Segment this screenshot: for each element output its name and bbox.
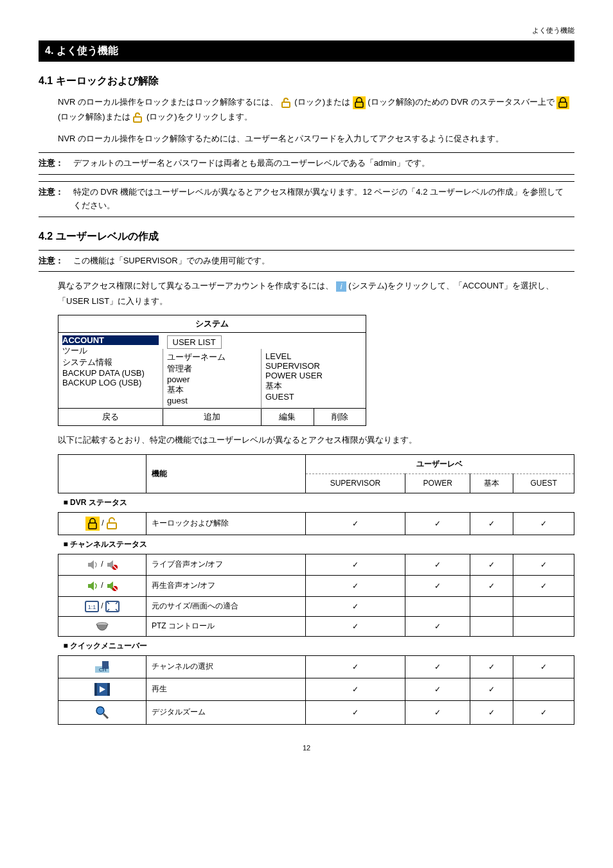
check: ✓: [470, 554, 513, 575]
check: ✓: [305, 700, 405, 724]
original-size-icon: 1:1: [85, 601, 99, 612]
col-header: LEVEL: [265, 351, 362, 361]
th-func: 機能: [147, 454, 306, 493]
feature-name: PTZ コントロール: [147, 616, 306, 636]
feature-name: キーロックおよび解除: [147, 512, 306, 535]
th-guest: GUEST: [513, 474, 574, 493]
note-block-2: 注意： 特定の DVR 機能ではユーザーレベルが異なるとアクセス権限が異なります…: [39, 181, 574, 217]
icon-cell: /: [58, 554, 147, 575]
lock-yellow-box-icon: [85, 517, 100, 531]
check: ✓: [470, 678, 513, 700]
note-label: 注意：: [39, 186, 71, 199]
menu-item: システム情報: [62, 357, 159, 368]
playback-icon: [94, 682, 111, 696]
cell: 基本: [265, 380, 362, 392]
check: ✓: [305, 596, 405, 616]
section-channel-status: ■ チャンネルステータス: [58, 535, 574, 554]
speaker-mute-green-icon: [105, 580, 118, 592]
s42-paragraph-2: 以下に記載するとおり、特定の機能ではユーザーレベルが異なるとアクセス権限が異なり…: [58, 432, 574, 447]
system-dialog-table: システム ACCOUNT ツール システム情報 BACKUP DATA (USB…: [58, 315, 366, 426]
col-header: ユーザーネーム: [167, 351, 257, 363]
zoom-icon: [94, 705, 110, 720]
th-blank: [58, 454, 147, 493]
lock-open-yellow-icon: [132, 112, 144, 123]
icon-cell: /: [58, 512, 147, 535]
check: ✓: [305, 655, 405, 678]
check: ✓: [405, 575, 470, 596]
text-fragment: NVR のローカル操作をロックまたはロック解除するには、: [58, 97, 278, 107]
lock-open-yellow-icon: [281, 97, 292, 109]
blank: [470, 596, 513, 616]
check: ✓: [513, 512, 574, 535]
check: ✓: [513, 700, 574, 724]
th-basic: 基本: [470, 474, 513, 493]
lock-yellow-box-icon: [556, 96, 569, 109]
icon-cell: CH: [58, 655, 147, 678]
feature-name: ライブ音声オン/オフ: [147, 554, 306, 575]
s41-paragraph-1: NVR のローカル操作をロックまたはロック解除するには、 (ロック)または (ロ…: [58, 94, 574, 125]
note-label: 注意：: [39, 157, 71, 170]
cell: guest: [167, 396, 257, 405]
blank: [405, 596, 470, 616]
speaker-green-icon: [86, 580, 99, 592]
svg-line-27: [103, 714, 108, 718]
check: ✓: [405, 512, 470, 535]
cell: 管理者: [167, 363, 257, 375]
text-fragment: 異なるアクセス権限に対して異なるユーザーアカウントを作成するには、: [58, 281, 333, 290]
icon-cell: 1:1 /: [58, 596, 147, 616]
cell: POWER USER: [265, 371, 362, 380]
user-list-box: USER LIST: [167, 335, 222, 349]
feature-name: チャンネルの選択: [147, 655, 306, 678]
check: ✓: [513, 575, 574, 596]
menu-item: BACKUP DATA (USB): [62, 368, 159, 378]
page-number: 12: [39, 744, 574, 752]
cell: power: [167, 375, 257, 384]
system-left-col: ACCOUNT ツール システム情報 BACKUP DATA (USB) BAC…: [58, 333, 163, 409]
check: ✓: [405, 554, 470, 575]
s42-paragraph-1: 異なるアクセス権限に対して異なるユーザーアカウントを作成するには、 i (システ…: [58, 278, 574, 308]
section-dvr-status: ■ DVR ステータス: [58, 493, 574, 512]
svg-rect-0: [282, 102, 290, 107]
th-power: POWER: [405, 474, 470, 493]
check: ✓: [405, 700, 470, 724]
back-button: 戻る: [58, 409, 163, 426]
check: ✓: [305, 554, 405, 575]
lock-open-yellow-icon: [106, 517, 119, 530]
icon-cell: [58, 678, 147, 700]
blank: [513, 616, 574, 636]
section-quick-menu: ■ クイックメニューバー: [58, 636, 574, 655]
s41-paragraph-2: NVR のローカル操作をロック解除するためには、ユーザー名とパスワードを入力して…: [58, 131, 574, 146]
channel-select-icon: CH: [94, 660, 111, 674]
speaker-gray-icon: [86, 558, 99, 571]
note-block-3: 注意： この機能は「SUPERVISOR」でのみ使用可能です。: [39, 250, 574, 272]
check: ✓: [470, 655, 513, 678]
svg-rect-23: [94, 683, 97, 696]
check: ✓: [470, 700, 513, 724]
chapter-title-bar: 4. よく使う機能: [39, 40, 574, 62]
section-4-1-heading: 4.1 キーロックおよび解除: [39, 75, 574, 88]
icon-cell: /: [58, 575, 147, 596]
feature-permission-table: 機能 ユーザーレベ SUPERVISOR POWER 基本 GUEST ■ DV…: [58, 454, 574, 725]
check: ✓: [470, 512, 513, 535]
th-userlevel: ユーザーレベ: [305, 454, 574, 474]
check: ✓: [470, 575, 513, 596]
check: ✓: [305, 512, 405, 535]
note-label: 注意：: [39, 254, 71, 268]
fit-screen-icon: [105, 601, 120, 612]
system-icon: i: [336, 281, 346, 292]
svg-text:CH: CH: [99, 667, 107, 673]
account-item: ACCOUNT: [62, 335, 159, 345]
feature-name: デジタルズーム: [147, 700, 306, 724]
check: ✓: [305, 616, 405, 636]
note-block-1: 注意： デフォルトのユーザー名とパスワードは両者とも最高のユーザーレベルである「…: [39, 152, 574, 175]
icon-cell: [58, 616, 147, 636]
svg-text:1:1: 1:1: [88, 604, 96, 610]
username-col: ユーザーネーム 管理者 power 基本 guest: [163, 349, 262, 409]
delete-button: 削除: [314, 409, 366, 426]
cell: SUPERVISOR: [265, 361, 362, 371]
svg-rect-10: [107, 523, 116, 529]
note-text: デフォルトのユーザー名とパスワードは両者とも最高のユーザーレベルである「admi…: [73, 157, 571, 170]
note-text: 特定の DVR 機能ではユーザーレベルが異なるとアクセス権限が異なります。12 …: [73, 186, 571, 213]
level-col: LEVEL SUPERVISOR POWER USER 基本 GUEST: [262, 349, 366, 409]
svg-rect-24: [107, 683, 110, 696]
